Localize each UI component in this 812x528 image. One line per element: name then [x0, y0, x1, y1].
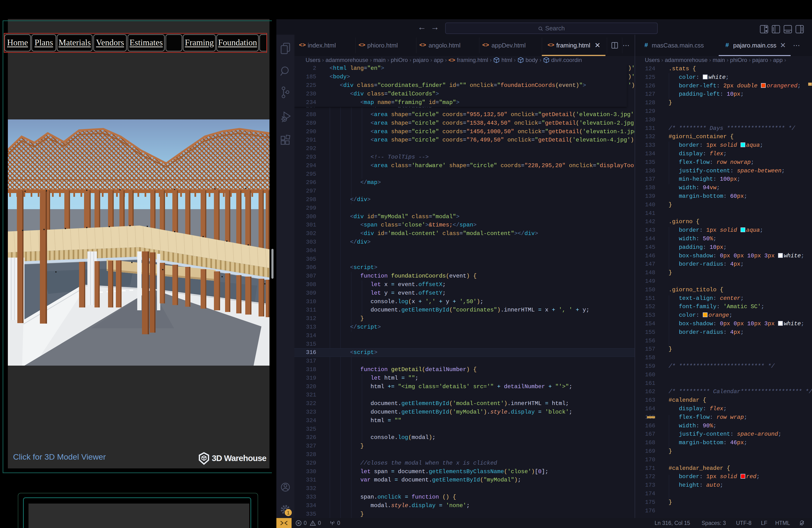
svg-text:1: 1	[287, 510, 289, 515]
